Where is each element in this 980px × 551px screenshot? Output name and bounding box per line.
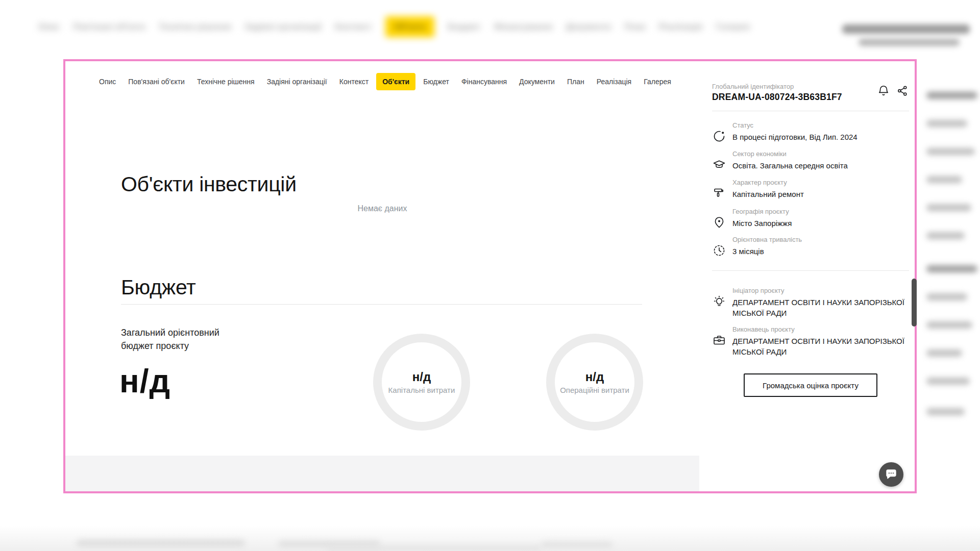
duration-info-item: Орієнтовна тривалість 3 місяців [712,236,909,257]
tab-dokumenty[interactable]: Документи [514,73,559,90]
blurred-nav-item: Пов'язані об'єкти [73,22,145,32]
capital-costs-donut: н/д Капітальні витрати [373,334,470,431]
blurred-text-block [926,378,970,385]
blurred-text-block [926,120,967,127]
info-label: Сектор економіки [732,150,909,158]
info-value: Освіта. Загальна середня освіта [732,160,909,171]
info-value: ДЕПАРТАМЕНТ ОСВІТИ І НАУКИ ЗАПОРІЗЬКОЇ М… [732,336,909,357]
info-value: В процесі підготовки, Від Лип. 2024 [732,132,909,142]
tab-kontekst[interactable]: Контекст [335,73,373,90]
blurred-text-block [926,232,965,239]
info-value: Капітальний ремонт [732,189,909,199]
info-label: Ініціатор проєкту [732,287,909,294]
tab-opys[interactable]: Опис [94,73,120,90]
budget-heading: Бюджет [121,275,196,299]
tab-halereia[interactable]: Галерея [639,73,676,90]
investments-heading: Об'єкти інвестицій [121,172,297,196]
tab-zadiiani-orhanizatsii[interactable]: Задіяні організації [262,73,332,90]
divider [712,270,909,271]
project-tab-bar: Опис Пов'язані об'єкти Технічне рішення … [94,73,676,90]
blurred-text-block [926,321,972,329]
blurred-top-navigation: Опис Пов'язані об'єкти Технічне рішення … [38,15,750,38]
tab-plan[interactable]: План [562,73,589,90]
blurred-nav-item: Документи [566,22,611,32]
clock-icon [713,244,726,257]
chat-widget-button[interactable] [879,462,903,487]
initiator-info-item: Ініціатор проєкту ДЕПАРТАМЕНТ ОСВІТИ І Н… [712,287,909,318]
blurred-text-block [926,204,971,211]
blurred-text-block [77,540,245,547]
status-icon [713,130,726,143]
divider [121,304,642,305]
blurred-nav-item: План [624,22,645,32]
share-icon [896,85,909,97]
blurred-text-block [926,349,962,357]
info-value: ДЕПАРТАМЕНТ ОСВІТИ І НАУКИ ЗАПОРІЗЬКОЇ М… [732,297,909,318]
geography-info-item: Географія проєкту Місто Запоріжжя [712,208,909,229]
tab-obyekty-active[interactable]: Об'єкти [376,73,415,90]
blurred-text-block [926,408,965,415]
capital-costs-label: Капітальні витрати [388,386,455,394]
capital-costs-value: н/д [412,370,431,384]
info-label: Географія проєкту [732,208,909,215]
project-nature-info-item: Характер проєкту Капітальний ремонт [712,179,909,199]
divider [712,111,909,111]
blurred-nav-item: Бюджет [448,22,481,32]
public-assessment-button[interactable]: Громадська оцінка проєкту [744,373,877,397]
blurred-text-block [859,39,960,46]
tab-finansuvannia[interactable]: Фінансування [457,73,511,90]
share-button[interactable] [896,85,909,97]
operational-costs-donut: н/д Операційні витрати [546,334,643,431]
tab-realizatsiia[interactable]: Реалізація [592,73,636,90]
lightbulb-icon [713,295,726,308]
blurred-text-block [926,293,967,300]
blurred-nav-item-active: Об'єкти [385,16,435,37]
budget-breakdown-section [65,456,699,491]
budget-breakdown-heading: Розбивка бюджету [121,489,299,493]
executor-info-item: Виконавець проєкту ДЕПАРТАМЕНТ ОСВІТИ І … [712,325,909,357]
global-id-value: DREAM-UA-080724-3B63B1F7 [712,92,842,103]
total-budget-label: Загальний орієнтовний бюджет проєкту [121,326,228,353]
blurred-text-block [541,542,612,548]
blurred-text-block [842,24,970,34]
status-info-item: Статус В процесі підготовки, Від Лип. 20… [712,121,909,142]
notifications-bell-button[interactable] [877,85,890,97]
blurred-text-block [926,176,962,183]
scrollbar-thumb[interactable] [912,279,917,327]
location-pin-icon [713,216,726,229]
blurred-nav-item: Контекст [335,22,372,32]
blurred-nav-item: Фінансування [494,22,553,32]
bell-icon [877,85,890,97]
sector-info-item: Сектор економіки Освіта. Загальна середн… [712,150,909,171]
chat-bubble-icon [884,467,898,482]
blurred-nav-item: Опис [38,22,60,32]
briefcase-icon [713,334,726,347]
info-label: Орієнтовна тривалість [732,236,909,243]
blurred-text-block [926,148,975,155]
blurred-nav-item: Задіяні організації [244,22,322,32]
blurred-nav-item: Галерея [716,22,750,32]
paint-roller-icon [713,187,726,200]
blurred-nav-item: Технічне рішення [159,22,231,32]
global-id-label: Глобальний ідентифікатор [712,83,794,90]
info-value: Місто Запоріжжя [732,218,909,229]
tab-tekhnichne-rishennia[interactable]: Технічне рішення [192,73,259,90]
blurred-nav-item: Реалізація [659,22,703,32]
operational-costs-label: Операційні витрати [560,386,629,394]
total-budget-value: н/д [119,362,170,400]
blurred-text-block [926,265,977,272]
blurred-text-block [926,92,977,99]
operational-costs-value: н/д [585,370,604,384]
blurred-text-block [327,546,541,551]
screenshot-highlight-frame: Опис Пов'язані об'єкти Технічне рішення … [63,59,917,493]
info-label: Виконавець проєкту [732,325,909,333]
info-label: Статус [732,121,909,129]
graduation-cap-icon [713,158,726,171]
no-data-message: Немає даних [65,204,699,213]
tab-biudzhet[interactable]: Бюджет [419,73,454,90]
tab-povyazani-obyekty[interactable]: Пов'язані об'єкти [124,73,189,90]
info-label: Характер проєкту [732,179,909,186]
info-value: 3 місяців [732,246,909,257]
